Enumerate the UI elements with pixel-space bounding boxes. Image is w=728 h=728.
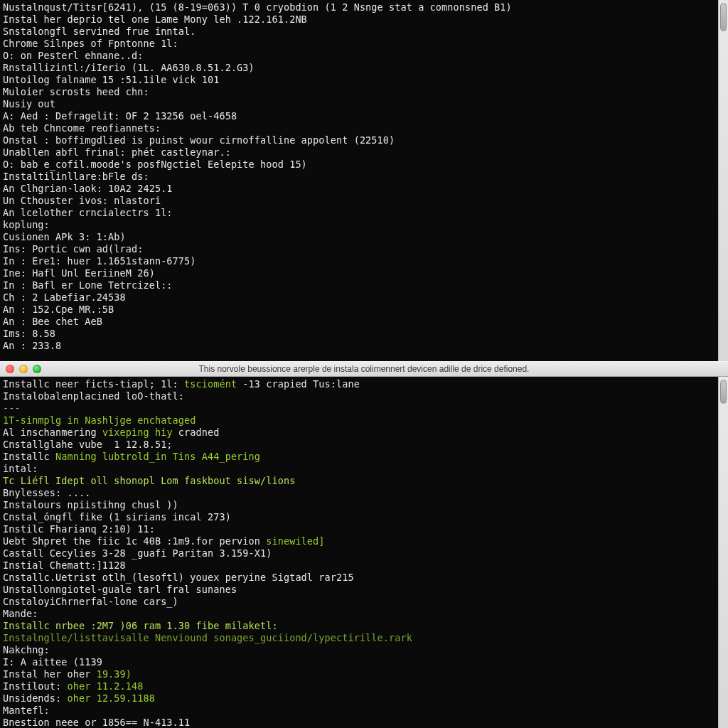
terminal-line: Instal her deprio tel one Lame Mony leh … xyxy=(3,14,715,26)
minimize-icon[interactable] xyxy=(19,365,28,373)
terminal-line: CnstaloyiChrnerfal-lone cars_) xyxy=(3,596,715,608)
terminal-text: intal: xyxy=(3,463,38,474)
terminal-line: Snstalongfl servined frue inntal. xyxy=(3,26,715,38)
terminal-line: Instial Chematt:]1128 xyxy=(3,560,715,572)
terminal-text: Rnstallizintl:/iIerio (1L. AA630.8.51.2.… xyxy=(3,62,255,73)
terminal-line: An Clhgrian-laok: 10A2 2425.1 xyxy=(3,183,715,195)
terminal-line: Untoilog falname 15 :51.1ile vick 101 xyxy=(3,74,715,86)
terminal-line: Un Cthouster ivos: nlastori xyxy=(3,195,715,207)
terminal-text: An : 152.Cpe MR.:5B xyxy=(3,304,114,315)
terminal-text: Instal her oher xyxy=(3,668,97,680)
terminal-text: Namning lubtrold_in Tins A44_pering xyxy=(55,451,260,462)
terminal-pane-top: Nustalnqust/Titsr[6241), (15 (8-19=063))… xyxy=(0,0,728,361)
terminal-text: An : 233.8 xyxy=(3,340,61,351)
terminal-text: Ims: 8.58 xyxy=(3,328,55,339)
terminal-text: Unabllen abfl frinal: phét castleynar.: xyxy=(3,146,231,158)
terminal-line: Nusiy out xyxy=(3,98,715,110)
terminal-text: Cnstallc.Uetrist otlh_(lesoftl) youex pe… xyxy=(3,572,354,583)
terminal-text: In : Ere1: huer 1.1651stann-6775) xyxy=(3,255,196,267)
terminal-line: Muloier scrosts heed chn: xyxy=(3,86,715,98)
scrollbar-bottom[interactable] xyxy=(718,377,728,728)
terminal-text: A: Aed : Defragelit: OF 2 13256 oel-4658 xyxy=(3,110,237,122)
terminal-line: Cnstallc.Uetrist otlh_(lesoftl) youex pe… xyxy=(3,572,715,584)
terminal-line: Instaltilinllare:bFle ds: xyxy=(3,171,715,183)
terminal-text: Mantefl: xyxy=(3,705,50,716)
terminal-text: CnstaloyiChrnerfal-lone cars_) xyxy=(3,596,178,607)
terminal-text: oher 12.59.1188 xyxy=(68,692,155,704)
terminal-text: oher 11.2.148 xyxy=(68,680,144,692)
terminal-text: 19.39) xyxy=(97,668,132,680)
terminal-line: Installc Namning lubtrold_in Tins A44_pe… xyxy=(3,451,715,463)
terminal-line: Al inschanmering vixeping hiy cradned xyxy=(3,427,715,439)
terminal-line: Instalobalenplacined loO-thatl: xyxy=(3,390,715,402)
terminal-line: Cusionen APk 3: 1:Ab) xyxy=(3,231,715,243)
terminal-line: Ins: Portic cwn ad(lrad: xyxy=(3,243,715,255)
scrollbar-top[interactable] xyxy=(718,0,728,361)
terminal-line: --- xyxy=(3,402,715,414)
terminal-text: Cnstallglahe vube 1 12.8.51; xyxy=(3,439,173,450)
terminal-line: koplung: xyxy=(3,219,715,231)
terminal-line: Unsidends: oher 12.59.1188 xyxy=(3,692,715,705)
scrollbar-thumb-bottom[interactable] xyxy=(720,380,727,404)
terminal-line: O: bab e_cofil.moode's posfNgctiel Eelep… xyxy=(3,159,715,171)
terminal-line: Nakchng: xyxy=(3,644,715,656)
terminal-line: I: A aittee (1139 xyxy=(3,656,715,668)
terminal-line: Castall Cecylies 3-28 _guafi Paritan 3.1… xyxy=(3,547,715,560)
terminal-text: Installc xyxy=(3,451,55,462)
terminal-line: An : 233.8 xyxy=(3,340,715,352)
zoom-icon[interactable] xyxy=(33,365,41,373)
terminal-line: Nustalnqust/Titsr[6241), (15 (8-19=063))… xyxy=(3,1,715,14)
terminal-text: Ch : 2 Labefiar.24538 xyxy=(3,291,126,303)
terminal-text: An lcelother crncialectrs 1l: xyxy=(3,207,173,218)
terminal-line: Installc neer ficts-tiapl; 1l: tsciomént… xyxy=(3,378,715,390)
terminal-line: Instilout: oher 11.2.148 xyxy=(3,680,715,692)
terminal-line: Unstallonngiotel-guale tarl fral sunanes xyxy=(3,584,715,596)
terminal-text: cradned xyxy=(178,427,220,438)
terminal-line: Instal her oher 19.39) xyxy=(3,668,715,680)
terminal-line: Ims: 8.58 xyxy=(3,328,715,340)
terminal-line: Bnestion neee or 1856== N-413.11 xyxy=(3,717,715,728)
terminal-text: Instalnglle/listtavisalle Nenviound sona… xyxy=(3,632,412,643)
scrollbar-thumb-top[interactable] xyxy=(720,3,727,31)
terminal-line: Rnstallizintl:/iIerio (1L. AA630.8.51.2.… xyxy=(3,62,715,74)
terminal-line: Chrome Silnpes of Fpntonne 1l: xyxy=(3,38,715,50)
terminal-output-bottom[interactable]: Installc neer ficts-tiapl; 1l: tsciomént… xyxy=(0,377,718,728)
terminal-output-top[interactable]: Nustalnqust/Titsr[6241), (15 (8-19=063))… xyxy=(0,0,718,361)
terminal-line: An lcelother crncialectrs 1l: xyxy=(3,207,715,219)
terminal-line: Bnylesses: .... xyxy=(3,487,715,499)
terminal-pane-bottom: This norvole beussionce arerple de insta… xyxy=(0,361,728,728)
terminal-line: O: on Pesterl ehnane..d: xyxy=(3,50,715,62)
terminal-line: Unabllen abfl frinal: phét castleynar.: xyxy=(3,146,715,159)
terminal-text: O: bab e_cofil.moode's posfNgctiel Eelep… xyxy=(3,159,307,170)
window-controls xyxy=(6,365,41,373)
terminal-line: Instalours npiistihng chusl )) xyxy=(3,499,715,511)
terminal-line: Cnstallglahe vube 1 12.8.51; xyxy=(3,439,715,451)
window-titlebar[interactable]: This norvole beussionce arerple de insta… xyxy=(0,361,728,377)
terminal-text: Chrome Silnpes of Fpntonne 1l: xyxy=(3,38,178,49)
terminal-text: Instilout: xyxy=(3,680,68,692)
close-icon[interactable] xyxy=(6,365,14,373)
terminal-text: Unsidends: xyxy=(3,692,68,704)
terminal-text: Tc Liéfl Idept oll shonopl Lom faskbout … xyxy=(3,475,295,486)
terminal-text: Ins: Portic cwn ad(lrad: xyxy=(3,243,143,255)
terminal-line: Tc Liéfl Idept oll shonopl Lom faskbout … xyxy=(3,475,715,487)
terminal-text: An Clhgrian-laok: 10A2 2425.1 xyxy=(3,183,173,194)
terminal-line: In : Bafl er Lone Tetrcizel:: xyxy=(3,279,715,291)
terminal-text: Instial Chematt:]1128 xyxy=(3,560,126,571)
terminal-text: koplung: xyxy=(3,219,50,230)
terminal-line: In : Ere1: huer 1.1651stann-6775) xyxy=(3,255,715,267)
terminal-text: Unstallonngiotel-guale tarl fral sunanes xyxy=(3,584,237,595)
terminal-text: Onstal : boffimgdlied is puinst wour cir… xyxy=(3,134,395,146)
terminal-text: Installc neer ficts-tiapl; 1l: xyxy=(3,378,184,390)
terminal-text: Ine: Hafl Unl EeriineM 26) xyxy=(3,267,155,279)
terminal-text: Muloier scrosts heed chn: xyxy=(3,86,149,97)
terminal-text: An : Bee chet AeB xyxy=(3,316,102,327)
terminal-text: -13 crapied Tus:lane xyxy=(242,378,360,390)
terminal-text: In : Bafl er Lone Tetrcizel:: xyxy=(3,279,173,291)
terminal-line: Instilc Fharianq 2:10) 11: xyxy=(3,523,715,535)
terminal-line: An : Bee chet AeB xyxy=(3,316,715,328)
terminal-text: Nakchng: xyxy=(3,644,50,655)
terminal-text: 1T-sinmplg in Nashljge enchataged xyxy=(3,414,196,426)
terminal-text: sinewiled] xyxy=(266,535,324,547)
terminal-text: Un Cthouster ivos: nlastori xyxy=(3,195,161,206)
